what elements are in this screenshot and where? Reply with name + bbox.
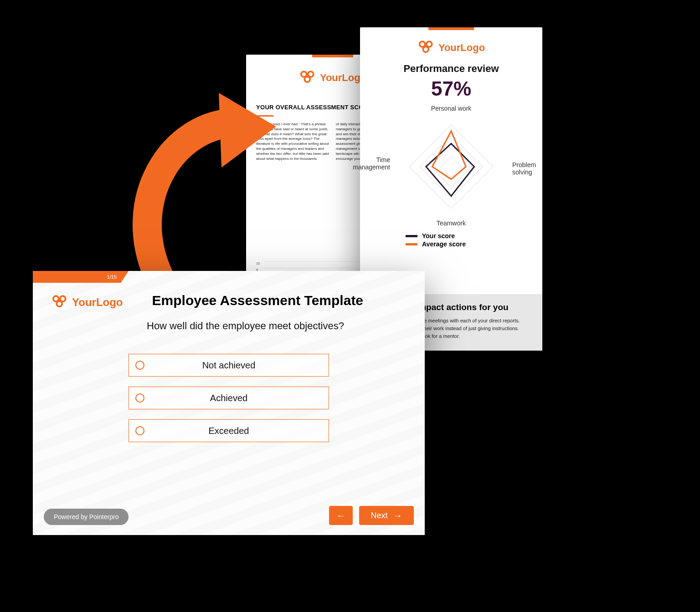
radio-icon — [135, 426, 144, 435]
accent-stripe — [312, 55, 353, 57]
brand-icon — [417, 40, 435, 56]
arrow-left-icon: ← — [336, 511, 345, 520]
radio-icon — [135, 393, 144, 403]
radar-label-right: Problem solving — [512, 161, 544, 176]
powered-by-badge[interactable]: Powered by Pointerpro — [44, 509, 129, 525]
radar-label-bottom: Teamwork — [437, 219, 466, 227]
radar-label-left: Time management — [347, 156, 390, 171]
brand-icon — [299, 70, 316, 86]
powered-by-label: Powered by Pointerpro — [54, 513, 118, 520]
accent-stripe — [428, 27, 474, 30]
legend-average-score: Average score — [422, 240, 466, 248]
svg-point-2 — [304, 76, 310, 82]
brand-name: YourLogo — [438, 42, 485, 54]
option-label: Not achieved — [144, 360, 329, 371]
arrow-right-icon: → — [393, 511, 402, 520]
next-label: Next — [371, 511, 387, 520]
review-score: 57% — [360, 77, 542, 100]
survey-card: 1/15 YourLogo Employee Assessment Templa… — [33, 271, 425, 535]
review-title: Performance review — [360, 63, 542, 75]
options-group: Not achieved Achieved Exceeded — [129, 354, 329, 442]
svg-point-14 — [57, 301, 62, 306]
prev-button[interactable]: ← — [329, 506, 353, 525]
logo: YourLogo — [360, 40, 542, 56]
survey-title: Employee Assessment Template — [152, 293, 364, 308]
survey-question: How well did the employee meet objective… — [147, 320, 407, 332]
option-exceeded[interactable]: Exceeded — [129, 419, 329, 442]
radar-label-top: Personal work — [431, 105, 472, 112]
flow-arrow-icon — [141, 96, 283, 287]
radar-chart: Personal work Problem solving Teamwork T… — [383, 107, 520, 225]
svg-marker-8 — [420, 135, 483, 198]
brand-name: YourLogo — [320, 72, 366, 84]
logo: YourLogo — [51, 295, 123, 310]
brand-icon — [51, 295, 68, 310]
legend-your-score: Your score — [422, 232, 455, 240]
brand-name: YourLogo — [72, 296, 123, 309]
option-label: Exceeded — [144, 426, 329, 436]
svg-point-5 — [423, 46, 428, 52]
option-achieved[interactable]: Achieved — [129, 387, 329, 409]
chart-legend: Your score Average score — [406, 232, 497, 248]
option-label: Achieved — [144, 393, 329, 403]
option-not-achieved[interactable]: Not achieved — [129, 354, 329, 377]
next-button[interactable]: Next → — [359, 506, 414, 525]
radio-icon — [135, 361, 144, 370]
